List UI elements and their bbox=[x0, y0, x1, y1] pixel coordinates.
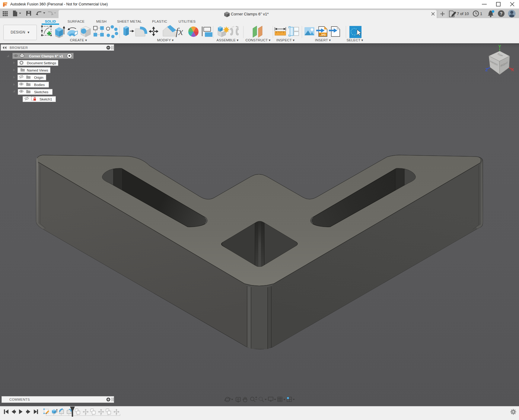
svg-text:fx: fx bbox=[176, 26, 183, 37]
svg-text:?: ? bbox=[500, 11, 503, 16]
